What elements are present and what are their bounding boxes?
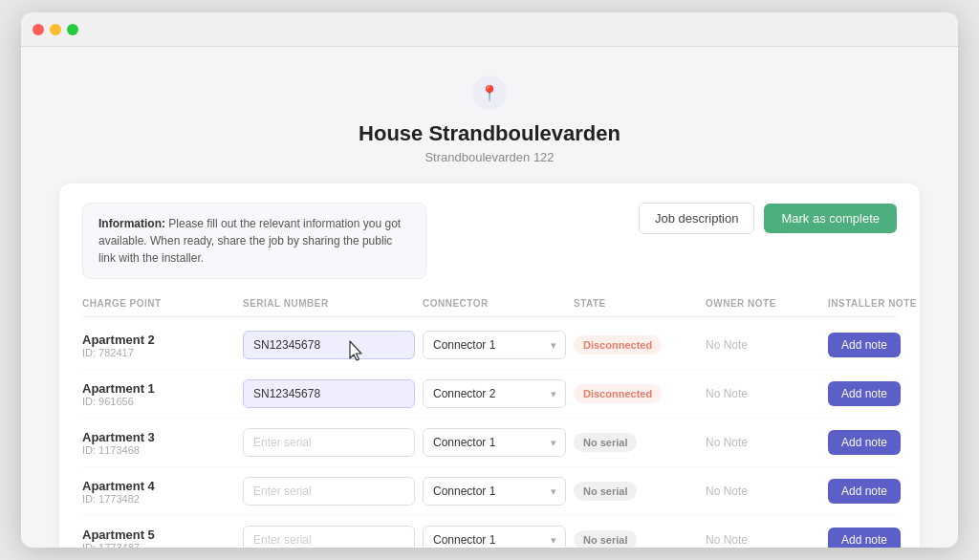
charge-point-id: ID: 961656: [82, 396, 235, 407]
state-cell: No serial: [574, 482, 698, 501]
connector-select[interactable]: Connector 1 Connector 2 Connector ?: [423, 379, 566, 408]
owner-note: No Note: [706, 485, 820, 498]
col-serial: Serial Number: [243, 298, 415, 309]
charge-point-name: Apartment 2: [82, 333, 235, 347]
status-badge: No serial: [574, 433, 637, 452]
serial-cell: [243, 526, 415, 548]
installer-note-cell: Add note: [828, 430, 943, 455]
status-badge: Disconnected: [574, 335, 662, 355]
owner-note: No Note: [706, 436, 820, 449]
charge-point-cell: Apartment 2 ID: 782417: [82, 333, 235, 358]
col-owner-note: Owner Note: [706, 298, 820, 309]
serial-input[interactable]: [243, 428, 415, 457]
page-header: 📍 House Strandboulevarden Strandboulevar…: [59, 47, 920, 183]
content-area: 📍 House Strandboulevarden Strandboulevar…: [21, 47, 958, 548]
connector-cell: Connector 1 Connector 2 Connector ?: [423, 526, 566, 548]
charge-point-name: Apartment 5: [82, 528, 235, 542]
charge-point-name: Apartment 4: [82, 479, 235, 493]
charge-point-id: ID: 1173468: [82, 444, 235, 456]
connector-cell: Connector 1 Connector 2 Connector ?: [423, 379, 566, 408]
connector-select[interactable]: Connector 1 Connector 2 Connector ?: [423, 477, 566, 506]
owner-note: No Note: [706, 338, 820, 352]
state-cell: Disconnected: [574, 384, 698, 403]
charge-point-cell: Apartment 4 ID: 1773482: [82, 479, 235, 505]
charge-point-id: ID: 1773487: [82, 542, 235, 549]
charge-point-name: Apartment 1: [82, 381, 235, 396]
col-connector: Connector: [423, 298, 566, 309]
serial-input[interactable]: [243, 331, 415, 359]
main-card: Information: Please fill out the relevan…: [59, 183, 920, 548]
serial-cell: [243, 428, 415, 457]
serial-cell: [243, 477, 415, 506]
connector-cell: Connector 1 Connector 2 Connector ?: [423, 477, 566, 506]
info-box: Information: Please fill out the relevan…: [82, 203, 426, 279]
add-note-button[interactable]: Add note: [828, 333, 901, 357]
header-actions: Job description Mark as complete: [639, 203, 897, 234]
charge-point-cell: Apartment 1 ID: 961656: [82, 381, 235, 407]
serial-cell: [243, 379, 415, 408]
owner-note: No Note: [706, 533, 820, 547]
col-state: State: [574, 298, 698, 309]
minimize-button[interactable]: [50, 24, 61, 35]
add-note-button[interactable]: Add note: [828, 528, 901, 548]
add-note-button[interactable]: Add note: [828, 430, 901, 455]
installer-note-cell: Add note: [828, 479, 943, 504]
col-charge-point: Charge Point: [82, 298, 235, 309]
serial-cell: [243, 331, 415, 359]
charge-point-cell: Apartment 3 ID: 1173468: [82, 430, 235, 456]
table-row: Apartment 4 ID: 1773482 Connector 1 Conn…: [82, 467, 897, 516]
installer-note-cell: Add note: [828, 381, 943, 406]
charge-point-cell: Apartment 5 ID: 1773487: [82, 528, 235, 549]
connector-cell: Connector 1 Connector 2 Connector ?: [423, 331, 566, 359]
charge-point-id: ID: 1773482: [82, 493, 235, 505]
card-header: Information: Please fill out the relevan…: [82, 203, 897, 279]
table-header: Charge Point Serial Number Connector Sta…: [82, 298, 897, 317]
status-badge: No serial: [574, 530, 637, 548]
location-icon: 📍: [472, 75, 507, 110]
info-text: Information: Please fill out the relevan…: [98, 215, 410, 267]
serial-input[interactable]: [243, 477, 415, 506]
table-row: Apartment 2 ID: 782417 Connector 1 Conne…: [82, 321, 897, 370]
connector-select[interactable]: Connector 1 Connector 2 Connector ?: [423, 428, 566, 457]
table-row: Apartment 5 ID: 1773487 Connector 1 Conn…: [82, 516, 897, 548]
table-row: Apartment 1 ID: 961656 Connector 1 Conne…: [82, 370, 897, 419]
serial-input[interactable]: [243, 379, 415, 408]
traffic-lights: [33, 24, 78, 35]
maximize-button[interactable]: [67, 24, 78, 35]
state-cell: Disconnected: [574, 335, 698, 355]
connector-select[interactable]: Connector 1 Connector 2 Connector ?: [423, 331, 566, 359]
mark-complete-button[interactable]: Mark as complete: [764, 204, 897, 233]
titlebar: [21, 12, 958, 47]
state-cell: No serial: [574, 530, 698, 548]
installer-note-cell: Add note: [828, 333, 943, 357]
add-note-button[interactable]: Add note: [828, 381, 901, 406]
state-cell: No serial: [574, 433, 698, 452]
status-badge: No serial: [574, 482, 637, 501]
add-note-button[interactable]: Add note: [828, 479, 901, 504]
main-window: 📍 House Strandboulevarden Strandboulevar…: [21, 12, 958, 548]
installer-note-cell: Add note: [828, 528, 943, 548]
owner-note: No Note: [706, 387, 820, 400]
col-installer-note: Installer Note: [828, 298, 943, 309]
status-badge: Disconnected: [574, 384, 662, 403]
serial-input[interactable]: [243, 526, 415, 548]
close-button[interactable]: [33, 24, 44, 35]
table-row: Apartment 3 ID: 1173468 Connector 1 Conn…: [82, 419, 897, 467]
page-subtitle: Strandboulevarden 122: [59, 150, 920, 164]
job-description-button[interactable]: Job description: [639, 203, 754, 234]
charge-point-id: ID: 782417: [82, 347, 235, 358]
connector-cell: Connector 1 Connector 2 Connector ?: [423, 428, 566, 457]
connector-select[interactable]: Connector 1 Connector 2 Connector ?: [423, 526, 566, 548]
charge-point-name: Apartment 3: [82, 430, 235, 444]
info-bold: Information:: [98, 217, 165, 230]
page-title: House Strandboulevarden: [59, 121, 920, 146]
